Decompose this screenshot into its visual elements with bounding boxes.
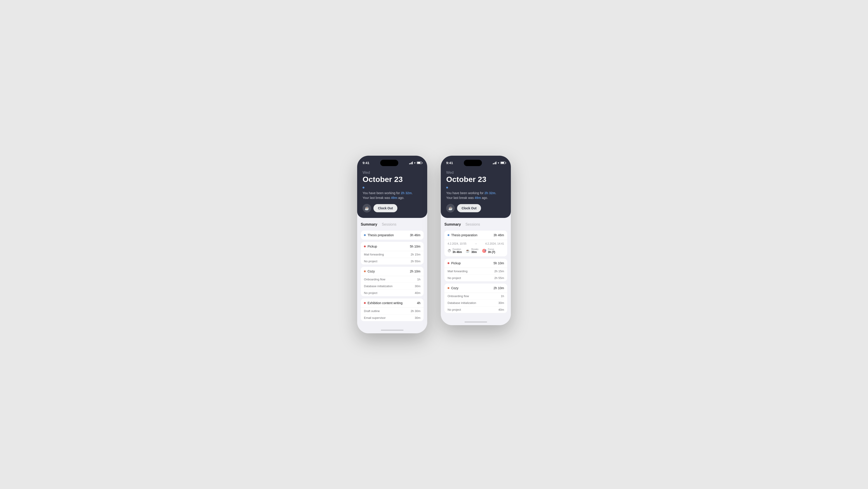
subitem-noproj-pickup-left: No project 2h 55m [364,258,421,264]
phone-right: 9:41 ▾ Wed October 23 You have [441,156,511,325]
status-text-left: You have been working for 2h 32m. Your l… [363,191,422,200]
subitem-noproj-cozy-right: No project 40m [447,307,504,313]
date-label-right: October 23 [446,175,505,183]
content-area-right: Summary Sessions Thesis preparation 3h 4… [441,218,511,320]
session-start-right: 4.2.2024, 10:55 [447,242,466,245]
subitem-mail-right: Mail forwarding 2h 15m [447,268,504,275]
signal-icon-left [409,162,413,164]
dot-thesis-left [364,234,366,236]
signal-icon-right [493,162,497,164]
header-card-left: Wed October 23 You have been working for… [357,167,427,218]
time-pickup-right: 5h 10m [493,261,504,265]
time-cozy-left: 2h 10m [410,269,421,273]
time-pickup-left: 5h 10m [410,244,421,248]
status-bar-left: 9:41 ▾ [357,156,427,167]
stat-duration: ⏱ Duration 3h 46m [447,248,462,254]
battery-icon-left [417,162,422,164]
status-time-right: 9:41 [446,161,453,165]
tab-summary-right[interactable]: Summary [444,223,461,227]
dot-cozy-right [447,287,450,289]
breaks-icon: ☕ [465,249,470,253]
time-thesis-right: 3h 46m [493,233,504,237]
day-label-left: Wed [363,171,422,175]
home-indicator-left [357,328,427,333]
stat-focus: 🎯 Focus 3h (7) [482,248,495,254]
session-stats-right: ⏱ Duration 3h 46m ☕ Breaks 30m [447,247,504,254]
name-pickup-left: Pickup [368,244,377,248]
status-bar-right: 9:41 ▾ [441,156,511,167]
dynamic-island-left [380,160,398,166]
coffee-button-left[interactable]: ☕ [363,204,371,212]
name-pickup-right: Pickup [451,261,461,265]
time-exhibition-left: 4h [417,301,421,305]
header-card-right: Wed October 23 You have been working for… [441,167,511,218]
wifi-icon-right: ▾ [498,161,499,165]
home-indicator-right [441,320,511,325]
subitem-noproj-pickup-right: No project 2h 55m [447,275,504,281]
tab-sessions-right[interactable]: Sessions [465,223,480,227]
subitem-onboarding-left: Onboarding flow 1h [364,276,421,283]
phones-container: 9:41 ▾ Wed October 23 You have [357,156,511,333]
focus-icon: 🎯 [482,249,487,253]
subitem-noproj-cozy-left: No project 40m [364,290,421,296]
status-text-right: You have been working for 2h 32m. Your l… [446,191,505,200]
card-pickup-right: Pickup 5h 10m Mail forwarding 2h 15m No … [444,259,507,281]
subitem-draft-left: Draft outline 2h 30m [364,308,421,315]
card-cozy-right: Cozy 2h 10m Onboarding flow 1h Database … [444,284,507,313]
subitem-database-left: Database initialization 30m [364,283,421,290]
dot-pickup-right [447,262,450,264]
tabs-row-left: Summary Sessions [361,223,424,227]
status-time-left: 9:41 [363,161,369,165]
tab-sessions-left[interactable]: Sessions [382,223,397,227]
subitem-mail-left: Mail forwarding 2h 15m [364,251,421,258]
dot-thesis-right [447,234,450,236]
session-detail-thesis-right: 4.2.2024, 10:55 → 4.2.2024, 14:41 ⏱ Dura… [444,240,507,256]
name-exhibition-left: Exhibition content writing [368,301,403,305]
subitem-onboarding-right: Onboarding flow 1h [447,293,504,299]
tab-summary-left[interactable]: Summary [361,223,377,227]
phone-left: 9:41 ▾ Wed October 23 You have [357,156,427,333]
dot-exhibition-left [364,302,366,304]
time-thesis-left: 3h 46m [410,233,421,237]
dot-indicator-right [446,187,448,189]
session-end-right: 4.2.2024, 14:41 [485,242,504,245]
clock-out-button-left[interactable]: Clock Out [373,204,397,212]
card-thesis-right: Thesis preparation 3h 46m 4.2.2024, 10:5… [444,231,507,256]
name-cozy-right: Cozy [451,286,458,290]
session-arrow-right: → [474,242,477,245]
clock-out-button-right[interactable]: Clock Out [457,204,481,212]
dynamic-island-right [464,160,482,166]
card-cozy-left: Cozy 2h 10m Onboarding flow 1h Database … [361,267,424,296]
stat-breaks: ☕ Breaks 30m [465,248,478,254]
dot-indicator-left [363,187,364,189]
day-label-right: Wed [446,171,505,175]
dot-cozy-left [364,270,366,272]
status-icons-right: ▾ [493,161,506,165]
card-pickup-left: Pickup 5h 10m Mail forwarding 2h 15m No … [361,242,424,264]
dot-pickup-left [364,246,366,247]
name-thesis-right: Thesis preparation [451,233,477,237]
time-cozy-right: 2h 10m [493,286,504,290]
action-row-left: ☕ Clock Out [363,204,422,212]
name-cozy-left: Cozy [368,269,375,273]
coffee-button-right[interactable]: ☕ [446,204,455,212]
action-row-right: ☕ Clock Out [446,204,505,212]
tabs-row-right: Summary Sessions [444,223,507,227]
date-label-left: October 23 [363,175,422,183]
card-exhibition-left: Exhibition content writing 4h Draft outl… [361,298,424,321]
name-thesis-left: Thesis preparation [368,233,394,237]
subitem-database-right: Database initialization 30m [447,299,504,307]
wifi-icon-left: ▾ [414,161,415,165]
content-area-left: Summary Sessions Thesis preparation 3h 4… [357,218,427,328]
clock-icon: ⏱ [447,249,451,253]
battery-icon-right [500,162,505,164]
status-icons-left: ▾ [409,161,422,165]
card-thesis-left: Thesis preparation 3h 46m [361,231,424,240]
subitem-email-left: Email supervisor 30m [364,315,421,321]
